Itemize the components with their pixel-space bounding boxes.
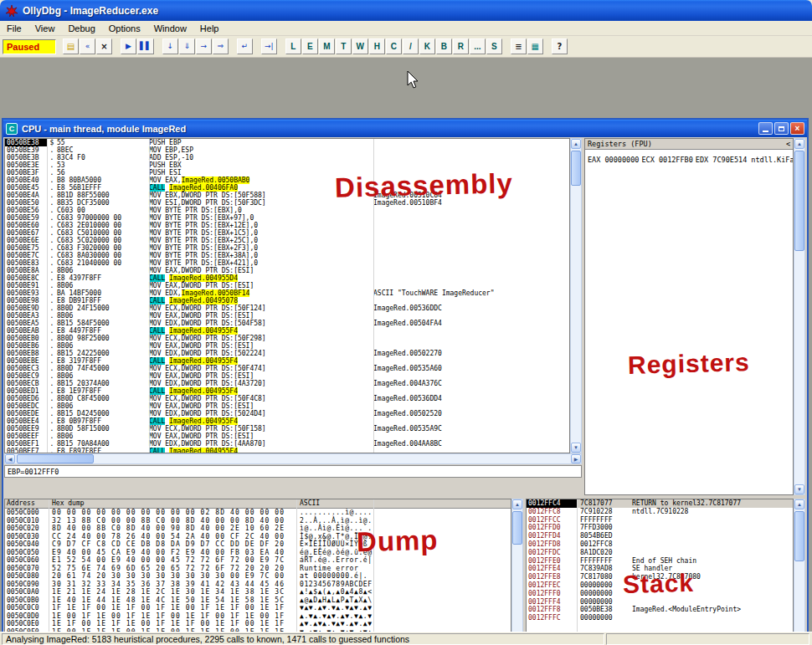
stack-row[interactable]: 0012FFF400000000 <box>527 598 793 607</box>
pause-button[interactable]: ▌▌ <box>137 38 154 54</box>
disassembly-row[interactable]: 0050BE4A.8B1D 88F55000MOV EBX,DWORD PTR … <box>5 192 569 199</box>
info-pane[interactable]: EBP=0012FFF0 <box>4 465 582 478</box>
view-call-stack-button[interactable]: K <box>419 38 435 54</box>
view-patches-button[interactable]: / <box>403 38 419 54</box>
disassembly-row[interactable]: 0050BE45.E8 56B1EFFFCALL ImageRed.00406F… <box>5 184 569 192</box>
view-log-button[interactable]: L <box>285 38 301 54</box>
dump-scrollbar[interactable]: ▲ ▼ <box>511 499 523 645</box>
disassembly-row[interactable]: 0050BEE4.E8 0B97F8FFCALL ImageRed.004955… <box>5 417 569 425</box>
stack-row[interactable]: 0012FFE0FFFFFFFFEnd of SEH chain <box>527 557 793 566</box>
step-into-button[interactable]: ↓ <box>162 38 178 54</box>
disassembly-row[interactable]: 0050BEC9.8B06MOV EAX,DWORD PTR DS:[ESI] <box>5 372 569 380</box>
debug-windows-button[interactable]: ≡ <box>511 38 527 54</box>
restore-button[interactable] <box>774 122 789 135</box>
scrollbar-thumb[interactable] <box>17 454 94 463</box>
help-button[interactable]: ? <box>552 38 568 54</box>
scroll-up-icon[interactable]: ▲ <box>794 139 804 149</box>
scroll-up-icon[interactable]: ▲ <box>794 499 804 509</box>
stack-row[interactable]: 0012FFD48054B6ED <box>527 532 793 540</box>
stack-row[interactable]: 0012FFF000000000 <box>527 590 793 598</box>
dump-row[interactable]: 0050C030CC 24 40 00 78 26 40 00 54 2A 40… <box>5 533 511 541</box>
disassembly-scrollbar[interactable]: ▲ ▼ <box>570 138 582 453</box>
disassembly-row[interactable]: 0050BE8C.E8 4397F8FFCALL ImageRed.004955… <box>5 274 569 282</box>
disassembly-row[interactable]: 0050BE91.8B06MOV EAX,DWORD PTR DS:[ESI] <box>5 282 569 289</box>
close-program-button[interactable]: × <box>96 38 112 54</box>
dump-row[interactable]: 0050C00000 00 00 00 00 00 00 00 00 00 02… <box>5 509 511 517</box>
stack-row[interactable]: 0012FFE87C817080kernel32.7C817080 <box>527 573 793 581</box>
stack-row[interactable]: 0012FFD07FFD3000 <box>527 524 793 532</box>
view-references-button[interactable]: R <box>453 38 469 54</box>
view-source-button[interactable]: S <box>486 38 502 54</box>
stack-row[interactable]: 0012FFCCFFFFFFFF <box>527 516 793 525</box>
view-memory-button[interactable]: M <box>319 38 335 54</box>
disassembly-row[interactable]: 0050BEAB.E8 4497F8FFCALL ImageRed.004955… <box>5 327 569 335</box>
disassembly-row[interactable]: 0050BE6E.C683 5C020000 00MOV BYTE PTR DS… <box>5 237 569 244</box>
stack-row[interactable]: 0012FFC87C910228ntdll.7C910228 <box>527 508 793 516</box>
minimize-button[interactable] <box>758 122 773 135</box>
open-file-button[interactable]: ▤ <box>63 38 79 54</box>
disassembly-row[interactable]: 0050BED1.E8 1E97F8FFCALL ImageRed.004955… <box>5 387 569 395</box>
dump-row[interactable]: 0050C0208D 40 00 8B C0 8D 40 00 90 8D 40… <box>5 525 511 533</box>
dump-row[interactable]: 0050C0B01E 40 1E 44 1E 48 1E 4C 1E 50 1E… <box>5 596 511 605</box>
view-run-trace-button[interactable]: ... <box>470 38 486 54</box>
disassembly-row[interactable]: 0050BE60.C683 2E010000 00MOV BYTE PTR DS… <box>5 222 569 229</box>
disassembly-row[interactable]: 0050BE93.BA 14BF5000MOV EDX,ImageRed.005… <box>5 289 569 297</box>
stack-row[interactable]: 0012FFE47C839AD8SE handler <box>527 565 793 573</box>
collapse-icon[interactable]: < <box>786 140 790 149</box>
dump-row[interactable]: 0050C01032 13 8B C0 00 00 8B C0 00 8D 40… <box>5 517 511 525</box>
disassembly-row[interactable]: 0050BE38$55PUSH EBP <box>5 139 569 146</box>
disassembly-row[interactable]: 0050BEDC.8B06MOV EAX,DWORD PTR DS:[ESI] <box>5 402 569 410</box>
disassembly-row[interactable]: 0050BE75.C683 F3020000 00MOV BYTE PTR DS… <box>5 244 569 252</box>
title-bar[interactable]: OllyDbg - ImageReducer.exe <box>0 0 812 21</box>
menu-view[interactable]: View <box>28 22 62 35</box>
step-over-button[interactable]: ⇓ <box>179 38 195 54</box>
view-windows-button[interactable]: W <box>352 38 368 54</box>
disassembly-row[interactable]: 0050BEF7.E8 F897F8FFCALL ImageRed.004955… <box>5 448 569 453</box>
menu-options[interactable]: Options <box>102 22 147 35</box>
scroll-right-icon[interactable]: ▶ <box>571 454 581 463</box>
scroll-down-icon[interactable]: ▼ <box>571 443 581 453</box>
scroll-left-icon[interactable]: ◀ <box>5 454 15 463</box>
disassembly-row[interactable]: 0050BE3F.56PUSH ESI <box>5 169 569 177</box>
dump-row[interactable]: 0050C0E01E 1F 00 1E 1F 1E 00 1F 1E 1F 00… <box>5 620 511 628</box>
disassembly-row[interactable]: 0050BE98.E8 DB91F8FFCALL ImageRed.004950… <box>5 297 569 305</box>
scrollbar-thumb[interactable] <box>512 511 522 545</box>
disassembly-row[interactable]: 0050BE50.8B35 DCF35000MOV ESI,DWORD PTR … <box>5 199 569 207</box>
disassembly-row[interactable]: 0050BEC3.8B0D 74F45000MOV ECX,DWORD PTR … <box>5 365 569 372</box>
disassembly-row[interactable]: 0050BEB8.8B15 24225000MOV EDX,DWORD PTR … <box>5 350 569 357</box>
appearance-button[interactable]: ▦ <box>527 38 543 54</box>
dump-row[interactable]: 0050C07052 75 6E 74 69 6D 65 20 65 72 72… <box>5 565 511 573</box>
disassembly-row[interactable]: 0050BEB6.8B06MOV EAX,DWORD PTR DS:[ESI] <box>5 342 569 350</box>
disassembly-row[interactable]: 0050BEA5.8B15 584F5000MOV EDX,DWORD PTR … <box>5 320 569 327</box>
view-executables-button[interactable]: E <box>302 38 318 54</box>
stack-row[interactable]: 0012FFD80012FFC8 <box>527 540 793 549</box>
disassembly-row[interactable]: 0050BE40.B8 80BA5000MOV EAX,ImageRed.005… <box>5 177 569 184</box>
stack-row[interactable]: 0012FFDC8A1DC020 <box>527 549 793 557</box>
disassembly-row[interactable]: 0050BE39.8BECMOV EBP,ESP <box>5 146 569 154</box>
disassembly-row[interactable]: 0050BE3E.53PUSH EBX <box>5 161 569 169</box>
disassembly-row[interactable]: 0050BE59.C683 97000000 00MOV BYTE PTR DS… <box>5 214 569 222</box>
dump-row[interactable]: 0050C050E9 40 00 45 CA E9 40 00 F2 E9 40… <box>5 549 511 557</box>
stack-row[interactable]: 0012FFC47C817077RETURN to kernel32.7C817… <box>527 499 793 508</box>
menu-debug[interactable]: Debug <box>61 22 101 35</box>
dump-row[interactable]: 0050C0A01E 21 1E 24 1E 28 1E 2C 1E 30 1E… <box>5 588 511 596</box>
go-to-address-button[interactable]: →| <box>261 38 277 54</box>
dump-row[interactable]: 0050C08020 61 74 20 30 30 30 30 30 30 30… <box>5 572 511 581</box>
stack-row[interactable]: 0012FFFC00000000 <box>527 614 793 622</box>
execute-till-return-button[interactable]: ↵ <box>237 38 253 54</box>
scrollbar-thumb[interactable] <box>794 511 804 561</box>
disassembly-horizontal-scrollbar[interactable]: ◀ ▶ <box>4 453 582 464</box>
disassembly-row[interactable]: 0050BE67.C683 C5010000 00MOV BYTE PTR DS… <box>5 229 569 237</box>
animate-over-button[interactable]: ⇒ <box>213 38 229 54</box>
dump-row[interactable]: 0050C0D01E 00 1F 1E 00 1F 1E 1F 00 1E 1F… <box>5 612 511 621</box>
registers-scrollbar[interactable]: ▲ ▼ <box>794 138 805 495</box>
disassembly-row[interactable]: 0050BEA3.8B06MOV EAX,DWORD PTR DS:[ESI] <box>5 312 569 320</box>
dump-row[interactable]: 0050C0C01F 1E 1F 00 1E 1F 00 1F 1E 00 1F… <box>5 604 511 612</box>
menu-help[interactable]: Help <box>193 22 226 35</box>
disassembly-row[interactable]: 0050BE7C.C683 8A030000 00MOV BYTE PTR DS… <box>5 252 569 259</box>
close-button[interactable]: × <box>790 122 804 135</box>
dump-row[interactable]: 0050C040C9 D7 CF C8 CD CE DB D8 DA D9 D7… <box>5 540 511 549</box>
register-line[interactable]: EDX 7C90E514 ntdll.KiFastSystemCallRet <box>693 156 794 164</box>
view-handles-button[interactable]: H <box>369 38 385 54</box>
disassembly-row[interactable]: 0050BEF1.8B15 70A84A00MOV EDX,DWORD PTR … <box>5 440 569 448</box>
